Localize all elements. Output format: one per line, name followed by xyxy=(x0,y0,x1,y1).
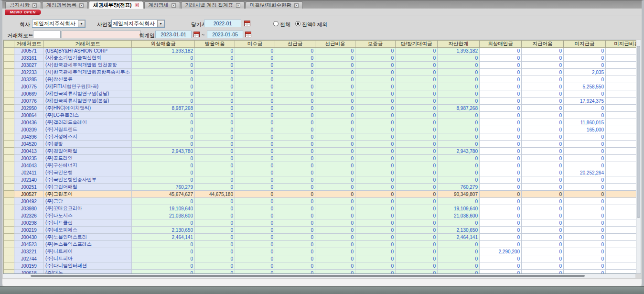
amount-cell[interactable]: 0 xyxy=(275,205,315,212)
vendor-name-cell[interactable]: (사)중소기업기술혁신협회 xyxy=(44,54,132,62)
amount-cell[interactable]: 0 xyxy=(480,48,522,54)
row-handle[interactable] xyxy=(4,155,14,162)
amount-cell[interactable]: 0 xyxy=(315,90,355,98)
amount-cell[interactable]: 0 xyxy=(195,248,235,255)
vendor-code-cell[interactable]: J04523 xyxy=(14,241,44,248)
amount-cell[interactable]: 0 xyxy=(355,255,396,262)
amount-cell[interactable]: 0 xyxy=(355,248,396,255)
column-header[interactable]: 보증금 xyxy=(355,41,396,48)
amount-cell[interactable]: 0 xyxy=(275,176,315,184)
row-handle[interactable] xyxy=(4,169,14,176)
amount-cell[interactable]: 0 xyxy=(564,270,606,274)
close-icon[interactable]: ✕ xyxy=(135,3,139,7)
amount-cell[interactable]: 0 xyxy=(315,248,355,255)
tab-0[interactable]: 공지사항✕ xyxy=(5,1,41,9)
radio-nonzero[interactable] xyxy=(295,21,301,26)
vendor-code-cell[interactable]: J00492 xyxy=(14,198,44,205)
amount-cell[interactable]: 760,279 xyxy=(132,184,195,191)
amount-cell[interactable]: 0 xyxy=(275,62,315,69)
amount-cell[interactable]: 0 xyxy=(195,54,235,62)
amount-cell[interactable]: 0 xyxy=(606,184,639,191)
amount-cell[interactable]: 0 xyxy=(315,198,355,205)
amount-cell[interactable]: 0 xyxy=(564,176,606,184)
amount-cell[interactable]: 0 xyxy=(606,62,639,69)
vendor-code-cell[interactable]: J00413 xyxy=(14,148,44,155)
amount-cell[interactable]: 0 xyxy=(396,176,438,184)
amount-cell[interactable]: 0 xyxy=(355,234,396,241)
vendor-name-cell[interactable]: (주)경일어패럴 xyxy=(44,148,132,155)
amount-cell[interactable]: 0 xyxy=(132,90,195,98)
amount-cell[interactable]: 0 xyxy=(275,133,315,141)
vendor-name-cell[interactable]: (주)니트피아 xyxy=(44,255,132,262)
amount-cell[interactable]: 0 xyxy=(355,119,396,126)
amount-cell[interactable]: 2,130,650 xyxy=(438,227,480,234)
amount-cell[interactable]: 0 xyxy=(522,98,564,105)
amount-cell[interactable]: 0 xyxy=(275,212,315,219)
amount-cell[interactable]: 0 xyxy=(275,54,315,62)
amount-cell[interactable]: 0 xyxy=(564,255,606,262)
amount-cell[interactable]: 0 xyxy=(315,262,355,270)
amount-cell[interactable]: 0 xyxy=(438,98,480,105)
amount-cell[interactable]: 0 xyxy=(275,184,315,191)
row-handle[interactable] xyxy=(4,98,14,105)
amount-cell[interactable]: 0 xyxy=(522,83,564,90)
amount-cell[interactable]: 0 xyxy=(315,212,355,219)
amount-cell[interactable]: 0 xyxy=(480,219,522,227)
amount-cell[interactable]: 0 xyxy=(522,184,564,191)
amount-cell[interactable]: 0 xyxy=(480,141,522,148)
amount-cell[interactable]: 0 xyxy=(315,227,355,234)
amount-cell[interactable]: 0 xyxy=(606,119,639,126)
amount-cell[interactable]: 0 xyxy=(355,54,396,62)
amount-cell[interactable]: 0 xyxy=(315,69,355,76)
table-row[interactable]: J02950(주)HNC(에이치앤씨)8,987,2680000008,987,… xyxy=(4,105,639,112)
amount-cell[interactable]: 0 xyxy=(275,162,315,169)
vendor-code-cell[interactable]: J02140 xyxy=(14,176,44,184)
row-handle[interactable] xyxy=(4,191,14,198)
amount-cell[interactable]: 0 xyxy=(132,98,195,105)
vendor-code-cell[interactable]: J00209 xyxy=(14,126,44,133)
amount-cell[interactable]: 0 xyxy=(195,112,235,119)
amount-cell[interactable]: 0 xyxy=(315,76,355,83)
amount-cell[interactable]: 0 xyxy=(396,48,438,54)
amount-cell[interactable]: 0 xyxy=(195,69,235,76)
vendor-name-cell[interactable]: (주)거성에스지 xyxy=(44,133,132,141)
amount-cell[interactable]: 0 xyxy=(195,262,235,270)
amount-cell[interactable]: 0 xyxy=(235,105,275,112)
amount-cell[interactable]: 0 xyxy=(480,126,522,133)
amount-cell[interactable]: 0 xyxy=(396,155,438,162)
column-header[interactable]: 거래처코드 xyxy=(14,41,44,48)
amount-cell[interactable]: 0 xyxy=(522,62,564,69)
amount-cell[interactable]: 0 xyxy=(195,205,235,212)
amount-cell[interactable]: 0 xyxy=(606,48,639,54)
amount-cell[interactable]: 0 xyxy=(606,69,639,76)
amount-cell[interactable]: 0 xyxy=(438,90,480,98)
close-icon[interactable]: ✕ xyxy=(236,3,240,8)
table-row[interactable]: J00776(재)한국의류시험연구원(본점)000000000017,924,3… xyxy=(4,98,639,105)
amount-cell[interactable]: 45,674,627 xyxy=(132,191,195,198)
amount-cell[interactable]: 2,464,141 xyxy=(438,234,480,241)
tab-4[interactable]: 거래처별 계정 집계표✕ xyxy=(181,1,245,9)
amount-cell[interactable]: 0 xyxy=(396,205,438,212)
amount-cell[interactable]: 0 xyxy=(480,105,522,112)
amount-cell[interactable]: 0 xyxy=(355,270,396,274)
amount-cell[interactable]: 0 xyxy=(480,54,522,62)
amount-cell[interactable]: 0 xyxy=(315,184,355,191)
amount-cell[interactable]: 0 xyxy=(315,48,355,54)
table-row[interactable]: J03980(주)꼬매요코리아19,109,64000000019,109,64… xyxy=(4,205,639,212)
amount-cell[interactable]: 0 xyxy=(480,227,522,234)
amount-cell[interactable]: 0 xyxy=(606,105,639,112)
amount-cell[interactable]: 0 xyxy=(480,112,522,119)
amount-cell[interactable]: 0 xyxy=(396,69,438,76)
table-row[interactable]: J02326(주)나노시스21,038,60000000021,038,6000… xyxy=(4,212,639,219)
amount-cell[interactable]: 0 xyxy=(438,219,480,227)
amount-cell[interactable]: 0 xyxy=(195,212,235,219)
vendor-code-cell[interactable]: J00251 xyxy=(14,184,44,191)
row-handle[interactable] xyxy=(4,119,14,126)
amount-cell[interactable]: 0 xyxy=(132,241,195,248)
close-icon[interactable]: ✕ xyxy=(32,3,37,8)
amount-cell[interactable]: 0 xyxy=(396,54,438,62)
column-header[interactable]: 미수금 xyxy=(235,41,275,48)
amount-cell[interactable]: 0 xyxy=(355,241,396,248)
amount-cell[interactable]: 0 xyxy=(355,155,396,162)
amount-cell[interactable]: 0 xyxy=(195,148,235,155)
